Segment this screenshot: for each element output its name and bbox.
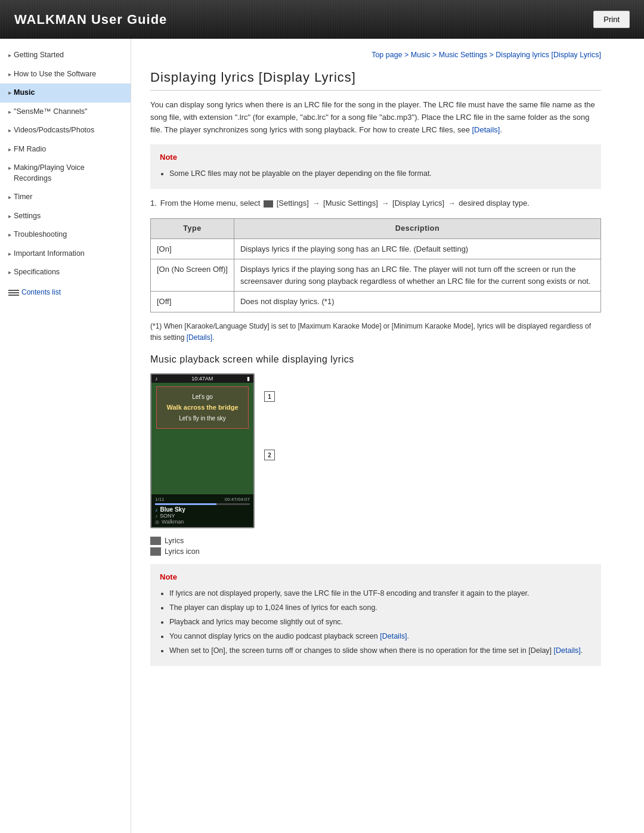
sidebar-item-troubleshooting[interactable]: ▸ Troubleshooting: [0, 225, 131, 244]
legend-items: Lyrics Lyrics icon: [150, 537, 601, 556]
breadcrumb-music-settings[interactable]: Music Settings: [439, 51, 487, 59]
details-link-1[interactable]: [Details]: [472, 125, 500, 134]
sidebar-item-fm-radio[interactable]: ▸ FM Radio: [0, 140, 131, 159]
arrow-icon: ▸: [8, 89, 11, 97]
callout-box-2: 2: [264, 450, 275, 460]
table-row: [On] Displays lyrics if the playing song…: [151, 239, 601, 259]
col-header-description: Description: [234, 218, 600, 239]
callout-box-1: 1: [264, 391, 275, 402]
details-link-3[interactable]: [Details]: [380, 632, 407, 640]
header: WALKMAN User Guide Print: [0, 0, 644, 39]
note-item-2-4: You cannot display lyrics on the audio p…: [169, 630, 592, 642]
arrow-right-icon: →: [381, 197, 389, 210]
sidebar: ▸ Getting Started ▸ How to Use the Softw…: [0, 39, 131, 833]
table-cell-type-off: [Off]: [151, 292, 234, 312]
table-row: [Off] Does not display lyrics. (*1): [151, 292, 601, 312]
arrow-right-icon: →: [448, 197, 456, 210]
note-text-2-4b: .: [407, 632, 408, 640]
table-cell-desc-on: Displays lyrics if the playing song has …: [234, 239, 600, 259]
breadcrumb-sep1: >: [404, 51, 411, 59]
arrow-icon: ▸: [8, 193, 11, 202]
page-title: Displaying lyrics [Display Lyrics]: [150, 70, 601, 91]
arrow-icon: ▸: [8, 126, 11, 135]
note-list-1: Some LRC files may not be playable on th…: [160, 168, 592, 179]
sidebar-item-timer[interactable]: ▸ Timer: [0, 188, 131, 207]
device-song-album: Walkman: [162, 519, 184, 525]
breadcrumb-sep3: >: [490, 51, 496, 59]
legend-label-lyrics: Lyrics: [165, 537, 184, 545]
step-number: 1.: [150, 197, 157, 210]
sidebar-item-voice[interactable]: ▸ Making/Playing Voice Recordings: [0, 159, 131, 188]
note-item-2-3: Playback and lyrics may become slightly …: [169, 616, 592, 628]
device-time-display: 00:47/04:07: [225, 497, 250, 502]
lyrics-icon-legend-icon: [150, 547, 161, 556]
settings-menu-icon: [264, 200, 273, 208]
device-track-number: 1/11: [155, 497, 165, 502]
device-screenshot-area: ♪ 10:47AM ▮ Let's go Walk across the bri…: [150, 373, 601, 528]
arrow-icon: ▸: [8, 231, 11, 239]
sidebar-label-specifications: Specifications: [14, 267, 60, 278]
arrow-icon: ▸: [8, 108, 11, 116]
footnote: (*1) When [Karaoke/Language Study] is se…: [150, 321, 601, 343]
sidebar-label-important: Important Information: [14, 249, 85, 259]
sidebar-item-specifications[interactable]: ▸ Specifications: [0, 263, 131, 282]
step-1: 1. From the Home menu, select [Settings]…: [150, 197, 601, 210]
person-icon: ♪: [155, 513, 157, 519]
legend-item-lyrics: Lyrics: [150, 537, 601, 545]
arrow-icon: ▸: [8, 212, 11, 221]
note-item-2-5: When set to [On], the screen turns off o…: [169, 645, 592, 657]
table-cell-type-on: [On]: [151, 239, 234, 259]
sidebar-item-settings[interactable]: ▸ Settings: [0, 207, 131, 226]
note-text-2-3: Playback and lyrics may become slightly …: [169, 618, 343, 626]
sidebar-item-music[interactable]: ▸ Music: [0, 83, 131, 103]
details-link-2[interactable]: [Details]: [187, 333, 212, 342]
sidebar-label-voice: Making/Playing Voice Recordings: [14, 163, 122, 184]
print-button[interactable]: Print: [593, 11, 630, 28]
sidebar-label-videos: Videos/Podcasts/Photos: [14, 125, 94, 136]
device-battery: ▮: [247, 376, 250, 382]
sidebar-item-videos[interactable]: ▸ Videos/Podcasts/Photos: [0, 121, 131, 140]
contents-icon: [8, 289, 19, 296]
arrow-icon: ▸: [8, 250, 11, 258]
sidebar-item-sensme[interactable]: ▸ "SensMe™ Channels": [0, 103, 131, 122]
sidebar-item-getting-started[interactable]: ▸ Getting Started: [0, 46, 131, 65]
contents-list-anchor[interactable]: Contents list: [21, 288, 61, 296]
arrow-icon: ▸: [8, 70, 11, 79]
step-text: From the Home menu, select [Settings] → …: [160, 197, 530, 210]
breadcrumb-top[interactable]: Top page: [371, 51, 402, 59]
lyrics-legend-icon: [150, 537, 161, 545]
sidebar-item-important[interactable]: ▸ Important Information: [0, 244, 131, 264]
table-cell-desc-off: Does not display lyrics. (*1): [234, 292, 600, 312]
app-title: WALKMAN User Guide: [14, 12, 167, 27]
section2-title: Music playback screen while displaying l…: [150, 354, 601, 365]
legend-item-lyrics-icon: Lyrics icon: [150, 547, 601, 556]
note-title-1: Note: [160, 151, 592, 164]
table-cell-desc-on-no-screen: Displays lyrics if the playing song has …: [234, 259, 600, 292]
note-box-2: Note If lyrics are not displayed properl…: [150, 564, 601, 666]
col-header-type: Type: [151, 218, 234, 239]
details-link-4[interactable]: [Details]: [554, 646, 581, 655]
sidebar-item-how-to-use[interactable]: ▸ How to Use the Software: [0, 65, 131, 84]
device-progress-bar: [155, 503, 250, 505]
sidebar-label-troubleshooting: Troubleshooting: [14, 230, 67, 240]
device-lyric-line-2: Walk across the bridge: [160, 402, 244, 413]
page-layout: ▸ Getting Started ▸ How to Use the Softw…: [0, 39, 644, 833]
contents-list-link[interactable]: Contents list: [0, 282, 131, 299]
sidebar-label-getting-started: Getting Started: [14, 50, 64, 61]
device-lyrics-area: Let's go Walk across the bridge Let's fl…: [156, 386, 249, 429]
note-text-2-2: The player can display up to 1,024 lines…: [169, 603, 377, 612]
device-screen: ♪ 10:47AM ▮ Let's go Walk across the bri…: [150, 373, 255, 528]
note-text-2-5: When set to [On], the screen turns off o…: [169, 646, 554, 655]
note-item-2-1: If lyrics are not displayed properly, sa…: [169, 587, 592, 599]
note-item-2-2: The player can display up to 1,024 lines…: [169, 602, 592, 614]
note-box-1: Note Some LRC files may not be playable …: [150, 144, 601, 189]
breadcrumb-music[interactable]: Music: [411, 51, 431, 59]
arrow-icon: ▸: [8, 164, 11, 172]
arrow-icon: ▸: [8, 51, 11, 60]
breadcrumb-sep2: >: [432, 51, 439, 59]
table-row: [On (No Screen Off)] Displays lyrics if …: [151, 259, 601, 292]
arrow-icon: ▸: [8, 268, 11, 277]
device-track-info: 1/11 00:47/04:07 ♪ Blue Sky ♪ SONY: [151, 494, 253, 527]
sidebar-label-sensme: "SensMe™ Channels": [14, 107, 88, 117]
note-text-2-4: You cannot display lyrics on the audio p…: [169, 632, 380, 640]
